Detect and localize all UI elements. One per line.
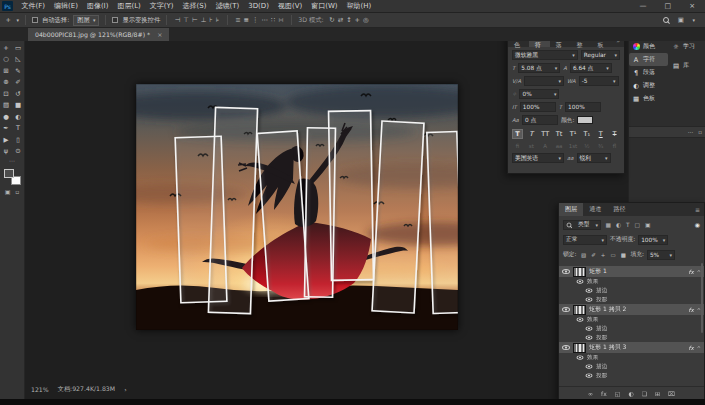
- mode-3d-icon[interactable]: ↻: [328, 16, 336, 24]
- layer-effect-row[interactable]: 投影: [559, 371, 704, 380]
- filter-kind-icon[interactable]: ◐: [614, 222, 622, 228]
- align-icon[interactable]: ⊧: [214, 16, 220, 24]
- eyedropper-tool[interactable]: ✎: [12, 65, 24, 77]
- collapsed-strip-icon[interactable]: ▫: [698, 129, 702, 135]
- visibility-eye-icon[interactable]: [562, 269, 570, 274]
- workspace-switcher-icon[interactable]: ▣: [676, 16, 685, 24]
- visibility-eye-icon[interactable]: [586, 297, 593, 301]
- filter-kind-icon[interactable]: ▣: [644, 222, 652, 228]
- blur-tool[interactable]: ●: [0, 111, 12, 123]
- layer-effect-row[interactable]: 投影: [559, 333, 704, 342]
- opentype-button[interactable]: st: [526, 141, 537, 150]
- auto-select-dropdown[interactable]: 图层 ▾: [73, 15, 99, 26]
- layer-fx-badge[interactable]: fx: [689, 345, 694, 351]
- type-style-button-3[interactable]: Tt: [554, 129, 565, 139]
- fx-collapse-icon[interactable]: ^: [697, 345, 701, 351]
- menu-item-5[interactable]: 选择(S): [178, 2, 211, 10]
- type-tool[interactable]: T: [12, 123, 24, 135]
- layers-panel-tab-路径[interactable]: 路径: [607, 203, 631, 216]
- distribute-icon[interactable]: ∷: [270, 16, 277, 24]
- menu-item-3[interactable]: 图层(L): [113, 2, 145, 10]
- layers-toolbar-icon[interactable]: ⊞: [655, 390, 660, 397]
- layer-row[interactable]: 矩形 1 拷贝 2 fx ^: [559, 304, 704, 315]
- menu-item-2[interactable]: 图像(I): [82, 2, 113, 10]
- fill-field[interactable]: 5%▾: [647, 250, 675, 260]
- distribute-icon[interactable]: ≣: [242, 16, 250, 24]
- blend-mode-select[interactable]: 正常▾: [563, 235, 607, 245]
- layers-panel-tab-图层[interactable]: 图层: [559, 203, 583, 216]
- type-style-button-4[interactable]: T¹: [568, 129, 579, 139]
- type-style-button-6[interactable]: T: [595, 129, 606, 139]
- status-chevron-icon[interactable]: ›: [124, 386, 126, 393]
- lock-icon[interactable]: ▨: [580, 252, 588, 258]
- collapsed-panel-strip[interactable]: ⋯▫: [629, 126, 705, 138]
- history-brush-tool[interactable]: ↺: [12, 88, 24, 100]
- layers-panel-tab-通道[interactable]: 通道: [583, 203, 607, 216]
- text-color-swatch[interactable]: [577, 116, 593, 124]
- layer-fx-badge[interactable]: fx: [689, 269, 694, 275]
- type-style-button-0[interactable]: T: [512, 129, 523, 139]
- maximize-button[interactable]: □: [665, 2, 672, 10]
- eraser-tool[interactable]: ▨: [0, 100, 12, 112]
- edit-toolbar-icon[interactable]: ⋯: [9, 157, 15, 166]
- lock-icon[interactable]: ▭: [609, 252, 617, 258]
- lock-icon[interactable]: ✐: [590, 252, 598, 258]
- align-icon[interactable]: ⊥: [199, 16, 208, 24]
- filter-kind-icon[interactable]: T: [625, 222, 632, 228]
- align-icon[interactable]: ⊤: [182, 16, 191, 24]
- layer-row[interactable]: 矩形 1 拷贝 3 fx ^: [559, 342, 704, 353]
- type-style-button-7[interactable]: T: [609, 129, 620, 139]
- layer-thumbnail[interactable]: [573, 343, 586, 353]
- opentype-button[interactable]: ¾: [595, 141, 606, 150]
- dock-button-paragraph[interactable]: ¶ 段落: [629, 66, 668, 79]
- lock-icon[interactable]: +: [599, 252, 607, 258]
- layers-scrollbar[interactable]: [701, 263, 703, 333]
- type-style-button-2[interactable]: TT: [540, 129, 551, 139]
- hand-tool[interactable]: ψ: [0, 146, 12, 158]
- menu-item-9[interactable]: 窗口(W): [307, 2, 342, 10]
- layers-toolbar-icon[interactable]: ⌧: [668, 390, 675, 397]
- kerning-field[interactable]: ▾: [524, 76, 564, 86]
- leading-field[interactable]: 6.64 点▾: [570, 63, 612, 73]
- menu-item-1[interactable]: 编辑(E): [50, 2, 83, 10]
- visibility-eye-icon[interactable]: [586, 335, 593, 339]
- layer-effect-row[interactable]: 效果: [559, 353, 704, 362]
- foreground-color-swatch[interactable]: [4, 169, 14, 178]
- mode-3d-icon[interactable]: ⇄: [336, 16, 344, 24]
- gradient-tool[interactable]: ■: [12, 100, 24, 112]
- filter-kind-icon[interactable]: ▢: [633, 222, 641, 228]
- visibility-eye-icon[interactable]: [562, 345, 570, 350]
- layer-effect-row[interactable]: 效果: [559, 315, 704, 324]
- distribute-icon[interactable]: ⋮: [251, 16, 261, 24]
- opentype-button[interactable]: ½: [581, 141, 592, 150]
- path-selection-tool[interactable]: ▶: [0, 134, 12, 146]
- distribute-icon[interactable]: ∺: [277, 16, 285, 24]
- zoom-level[interactable]: 121%: [31, 386, 49, 393]
- visibility-eye-icon[interactable]: [586, 326, 593, 330]
- layers-toolbar-icon[interactable]: ◐: [628, 390, 633, 397]
- type-style-button-5[interactable]: T₁: [581, 129, 592, 139]
- tab-close-icon[interactable]: ×: [157, 31, 162, 38]
- font-style-select[interactable]: Regular▾: [581, 50, 620, 60]
- opacity-field[interactable]: 100%▾: [638, 235, 668, 245]
- visibility-eye-icon[interactable]: [562, 307, 570, 312]
- antialias-select[interactable]: 锐利▾: [577, 153, 611, 163]
- visibility-eye-icon[interactable]: [586, 364, 593, 368]
- tool-preset-chevron-icon[interactable]: ▾: [16, 17, 19, 23]
- mode-3d-icon[interactable]: ↕: [345, 16, 353, 24]
- layer-thumbnail[interactable]: [573, 305, 586, 315]
- lock-icon[interactable]: ■: [619, 252, 627, 258]
- visibility-eye-icon[interactable]: [586, 288, 593, 292]
- distribute-icon[interactable]: ≡: [234, 16, 242, 24]
- dock-button-libraries[interactable]: ▤ 库: [669, 59, 705, 72]
- opentype-button[interactable]: A: [540, 141, 551, 150]
- lasso-tool[interactable]: ○: [0, 54, 12, 66]
- mode-3d-icon[interactable]: +: [353, 16, 361, 24]
- rectangular-marquee-tool[interactable]: ▭: [12, 42, 24, 54]
- layer-filter-select[interactable]: 类型▾: [563, 220, 601, 230]
- menu-item-6[interactable]: 滤镜(T): [211, 2, 244, 10]
- opentype-button[interactable]: 1st: [568, 141, 579, 150]
- panel-menu-icon[interactable]: ≡: [691, 203, 704, 216]
- layers-toolbar-icon[interactable]: ◱: [615, 390, 621, 397]
- show-transform-checkbox[interactable]: [112, 17, 118, 23]
